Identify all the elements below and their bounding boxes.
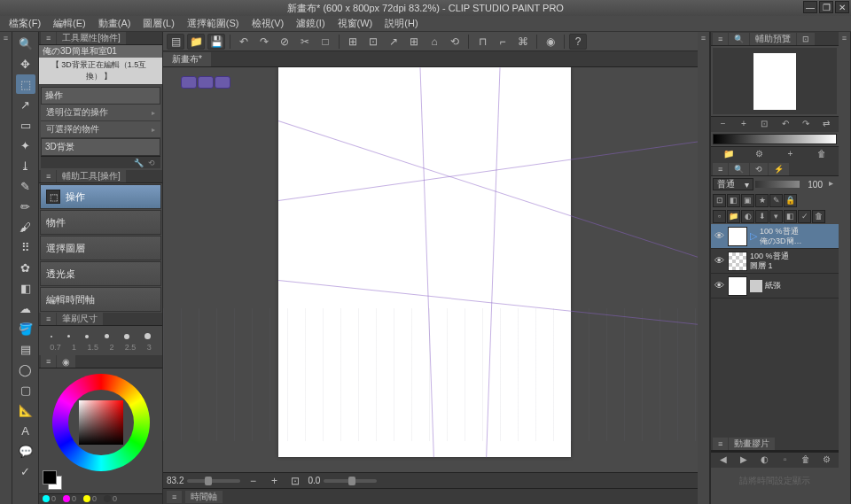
menu-selection[interactable]: 選擇範圍(S) [182, 16, 245, 31]
correct-line-tool-icon[interactable]: ✓ [16, 461, 35, 481]
gradient-tool-icon[interactable]: ▤ [16, 339, 35, 359]
canvas-viewport[interactable] [163, 67, 698, 472]
operation-section-header[interactable]: 操作 [41, 87, 160, 105]
fill-tool-icon[interactable]: 🪣 [16, 319, 35, 338]
animation-cels-tab[interactable]: 動畫膠片 [729, 438, 775, 450]
new-folder-icon[interactable]: 📁 [727, 210, 740, 223]
reference-icon[interactable]: ★ [755, 194, 769, 207]
decoration-tool-icon[interactable]: ✿ [16, 258, 35, 277]
folder-icon[interactable]: 📁 [722, 149, 735, 161]
nav-menu-icon[interactable]: ≡ [713, 33, 728, 45]
tool-property-menu-icon[interactable]: ≡ [41, 32, 56, 44]
subtool-menu-icon[interactable]: ≡ [41, 170, 56, 182]
settings-icon[interactable]: ⚙ [820, 454, 832, 467]
menu-help[interactable]: 説明(H) [379, 16, 423, 31]
onion-icon[interactable]: ◐ [758, 454, 770, 467]
select-icon[interactable]: □ [316, 34, 334, 50]
layer-menu-icon[interactable]: ≡ [713, 163, 728, 175]
timeline-tab[interactable]: 時間軸 [185, 491, 223, 503]
close-button[interactable]: ✕ [835, 1, 849, 13]
foreground-color[interactable] [43, 470, 57, 485]
timeline-menu-icon[interactable]: ≡ [713, 438, 728, 450]
trash-icon[interactable]: 🗑 [812, 210, 825, 223]
zoom-tool-icon[interactable]: 🔍 [16, 34, 35, 53]
ruler-tool-icon[interactable]: 📐 [16, 400, 35, 420]
zoom-in-icon[interactable]: + [265, 473, 283, 489]
new-correction-icon[interactable]: ◐ [741, 210, 754, 223]
wand-tool-icon[interactable]: ✦ [16, 136, 35, 155]
menu-layer[interactable]: 圖層(L) [137, 16, 179, 31]
color-wheel[interactable] [52, 374, 150, 471]
slider-thumb[interactable] [348, 477, 355, 485]
transparent-position-item[interactable]: 透明位置的操作 [41, 105, 160, 121]
mask-icon[interactable]: ▣ [741, 194, 754, 207]
subtool-tab[interactable]: 輔助工具[操作] [57, 170, 126, 182]
rotate-left-icon[interactable]: ↶ [779, 119, 792, 131]
gradient-preview[interactable] [713, 134, 837, 144]
brush-preset-dot[interactable] [124, 334, 129, 339]
snap-ruler-icon[interactable]: ⌐ [494, 34, 511, 50]
color-wheel-tab-icon[interactable]: ◉ [57, 355, 75, 368]
help-icon[interactable]: ? [569, 34, 587, 50]
layer-thumbnail[interactable] [728, 227, 747, 246]
brush-preset-dot[interactable] [105, 334, 109, 338]
fit-icon[interactable]: ⊡ [758, 119, 770, 131]
menu-filter[interactable]: 濾鏡(I) [291, 16, 330, 31]
subtool-object[interactable]: 物件 [40, 210, 161, 235]
text-tool-icon[interactable]: A [16, 421, 35, 440]
layer-thumbnail[interactable] [728, 252, 747, 271]
zoom-slider[interactable] [187, 479, 240, 483]
layer-history-icon[interactable]: ⟲ [750, 163, 768, 175]
save-icon[interactable]: 💾 [207, 34, 225, 50]
menu-view[interactable]: 檢視(V) [246, 16, 290, 31]
collapse-icon[interactable]: ≡ [699, 34, 709, 44]
rotate-right-icon[interactable]: ↷ [800, 119, 812, 131]
flip-icon[interactable]: ⇄ [820, 119, 832, 131]
color-menu-icon[interactable]: ≡ [41, 355, 56, 368]
clear-icon[interactable]: ⊘ [276, 34, 293, 50]
visibility-icon[interactable]: 👁 [713, 255, 725, 268]
delete-icon[interactable]: 🗑 [816, 149, 828, 161]
guide-icon[interactable]: ⊞ [405, 34, 423, 50]
3d-scale-handle-icon[interactable] [215, 76, 230, 89]
fit-icon[interactable]: ⊡ [286, 473, 304, 489]
frame-tool-icon[interactable]: ▢ [16, 380, 35, 399]
eyedropper-tool-icon[interactable]: ⤓ [16, 156, 35, 175]
brush-size-tab[interactable]: 筆刷尺寸 [57, 313, 103, 325]
color-swatches[interactable] [43, 470, 64, 492]
apply-mask-icon[interactable]: ✓ [798, 210, 811, 223]
layer-row-1[interactable]: 👁 100 %普通 圖層 1 [711, 249, 839, 274]
minimize-button[interactable]: — [803, 1, 817, 13]
brush-tool-icon[interactable]: 🖌 [16, 217, 35, 236]
3d-move-handle-icon[interactable] [181, 76, 197, 89]
layer-auto-icon[interactable]: ⚡ [769, 163, 789, 175]
undo-icon[interactable]: ↶ [235, 34, 253, 50]
tool-property-tab[interactable]: 工具屬性[物件] [57, 32, 126, 44]
move-tool-icon[interactable]: ✥ [16, 54, 35, 74]
operation-tool-icon[interactable]: ⬚ [16, 74, 35, 94]
opacity-stepper-icon[interactable]: ▸ [824, 178, 837, 190]
grid-icon[interactable]: ⊞ [344, 34, 362, 50]
brush-preset-dot[interactable] [144, 333, 151, 339]
zoom-out-icon[interactable]: − [717, 119, 730, 131]
brush-preset-dot[interactable] [51, 336, 52, 337]
move-layer-tool-icon[interactable]: ↗ [16, 95, 35, 114]
symmetry-icon[interactable]: ⌂ [426, 34, 443, 50]
pen-tool-icon[interactable]: ✎ [16, 176, 35, 196]
brush-preset-dot[interactable] [67, 335, 70, 337]
canvas-page[interactable] [278, 67, 571, 457]
opacity-slider[interactable] [755, 181, 800, 188]
collapse-icon[interactable]: ≡ [1, 34, 12, 44]
blend-mode-select[interactable]: 普通▾ [713, 178, 753, 190]
timeline-menu-icon[interactable]: ≡ [167, 491, 182, 503]
maximize-button[interactable]: ❐ [819, 1, 833, 13]
menu-edit[interactable]: 編輯(E) [48, 16, 91, 31]
zoom-value[interactable]: 83.2 [167, 476, 183, 485]
menu-file[interactable]: 檔案(F) [4, 16, 46, 31]
new-icon[interactable]: ▤ [167, 34, 184, 50]
subtool-timeline-edit[interactable]: 編輯時間軸 [40, 287, 161, 312]
nav-icon[interactable]: 🔍 [729, 33, 749, 45]
rotation-slider[interactable] [324, 479, 377, 483]
snap-special-icon[interactable]: ⌘ [514, 34, 532, 50]
redo-icon[interactable]: ↷ [255, 34, 273, 50]
